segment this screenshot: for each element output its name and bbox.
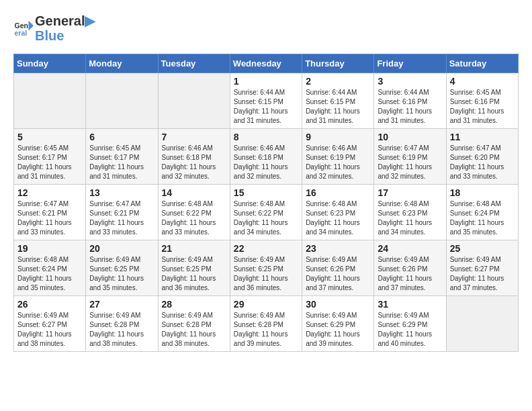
day-number: 22: [234, 243, 298, 254]
calendar-cell: 13Sunrise: 6:47 AM Sunset: 6:21 PM Dayli…: [86, 185, 158, 240]
day-info: Sunrise: 6:48 AM Sunset: 6:24 PM Dayligh…: [17, 255, 82, 293]
calendar-week-row: 26Sunrise: 6:49 AM Sunset: 6:27 PM Dayli…: [14, 296, 519, 352]
calendar-cell: 22Sunrise: 6:49 AM Sunset: 6:25 PM Dayli…: [230, 240, 302, 296]
logo-icon: Gen eral: [13, 18, 34, 38]
calendar-cell: 25Sunrise: 6:49 AM Sunset: 6:27 PM Dayli…: [446, 240, 518, 296]
day-number: 30: [306, 299, 370, 310]
calendar-cell: 31Sunrise: 6:49 AM Sunset: 6:29 PM Dayli…: [374, 296, 446, 352]
day-number: 21: [162, 243, 226, 254]
day-number: 2: [306, 76, 370, 87]
logo: Gen eral General▶ Blue: [13, 13, 95, 43]
day-info: Sunrise: 6:47 AM Sunset: 6:21 PM Dayligh…: [17, 199, 82, 237]
calendar-cell: 26Sunrise: 6:49 AM Sunset: 6:27 PM Dayli…: [14, 296, 86, 352]
day-number: 19: [17, 243, 82, 254]
day-number: 11: [450, 132, 515, 142]
day-info: Sunrise: 6:47 AM Sunset: 6:19 PM Dayligh…: [378, 144, 442, 181]
calendar-week-row: 12Sunrise: 6:47 AM Sunset: 6:21 PM Dayli…: [14, 185, 519, 240]
calendar-table: SundayMondayTuesdayWednesdayThursdayFrid…: [13, 54, 519, 352]
day-number: 13: [89, 187, 154, 198]
calendar-cell: 14Sunrise: 6:48 AM Sunset: 6:22 PM Dayli…: [158, 185, 230, 240]
calendar-cell: 15Sunrise: 6:48 AM Sunset: 6:22 PM Dayli…: [230, 185, 302, 240]
calendar-cell: 1Sunrise: 6:44 AM Sunset: 6:15 PM Daylig…: [230, 73, 302, 129]
weekday-header-tuesday: Tuesday: [158, 54, 230, 73]
calendar-cell: 6Sunrise: 6:45 AM Sunset: 6:17 PM Daylig…: [86, 129, 158, 185]
day-info: Sunrise: 6:49 AM Sunset: 6:27 PM Dayligh…: [17, 311, 82, 349]
weekday-header-friday: Friday: [374, 54, 446, 73]
calendar-cell: [158, 73, 230, 129]
day-number: 17: [378, 187, 442, 198]
day-info: Sunrise: 6:49 AM Sunset: 6:25 PM Dayligh…: [234, 255, 298, 293]
day-number: 5: [17, 132, 82, 142]
calendar-cell: 8Sunrise: 6:46 AM Sunset: 6:18 PM Daylig…: [230, 129, 302, 185]
calendar-cell: 11Sunrise: 6:47 AM Sunset: 6:20 PM Dayli…: [446, 129, 518, 185]
day-info: Sunrise: 6:49 AM Sunset: 6:28 PM Dayligh…: [162, 311, 226, 349]
day-number: 16: [306, 187, 370, 198]
day-info: Sunrise: 6:48 AM Sunset: 6:23 PM Dayligh…: [306, 199, 370, 237]
calendar-cell: 29Sunrise: 6:49 AM Sunset: 6:28 PM Dayli…: [230, 296, 302, 352]
calendar-cell: 3Sunrise: 6:44 AM Sunset: 6:16 PM Daylig…: [374, 73, 446, 129]
svg-marker-2: [29, 21, 34, 31]
weekday-header-monday: Monday: [86, 54, 158, 73]
calendar-cell: 23Sunrise: 6:49 AM Sunset: 6:26 PM Dayli…: [302, 240, 374, 296]
day-info: Sunrise: 6:48 AM Sunset: 6:24 PM Dayligh…: [450, 199, 515, 237]
day-number: 24: [378, 243, 442, 254]
weekday-header-row: SundayMondayTuesdayWednesdayThursdayFrid…: [14, 54, 519, 73]
day-info: Sunrise: 6:49 AM Sunset: 6:25 PM Dayligh…: [89, 255, 154, 293]
calendar-week-row: 5Sunrise: 6:45 AM Sunset: 6:17 PM Daylig…: [14, 129, 519, 185]
day-number: 26: [17, 299, 82, 310]
day-info: Sunrise: 6:45 AM Sunset: 6:17 PM Dayligh…: [89, 144, 154, 181]
day-number: 18: [450, 187, 515, 198]
day-info: Sunrise: 6:44 AM Sunset: 6:15 PM Dayligh…: [306, 88, 370, 126]
day-number: 10: [378, 132, 442, 142]
day-info: Sunrise: 6:48 AM Sunset: 6:22 PM Dayligh…: [162, 199, 226, 237]
day-number: 3: [378, 76, 442, 87]
calendar-cell: 19Sunrise: 6:48 AM Sunset: 6:24 PM Dayli…: [14, 240, 86, 296]
calendar-cell: 21Sunrise: 6:49 AM Sunset: 6:25 PM Dayli…: [158, 240, 230, 296]
day-number: 9: [306, 132, 370, 142]
day-number: 27: [89, 299, 154, 310]
day-info: Sunrise: 6:45 AM Sunset: 6:16 PM Dayligh…: [450, 88, 515, 126]
calendar-cell: 28Sunrise: 6:49 AM Sunset: 6:28 PM Dayli…: [158, 296, 230, 352]
day-number: 4: [450, 76, 515, 87]
day-number: 23: [306, 243, 370, 254]
day-number: 6: [89, 132, 154, 142]
calendar-cell: 18Sunrise: 6:48 AM Sunset: 6:24 PM Dayli…: [446, 185, 518, 240]
calendar-week-row: 1Sunrise: 6:44 AM Sunset: 6:15 PM Daylig…: [14, 73, 519, 129]
calendar-cell: 16Sunrise: 6:48 AM Sunset: 6:23 PM Dayli…: [302, 185, 374, 240]
day-info: Sunrise: 6:49 AM Sunset: 6:29 PM Dayligh…: [306, 311, 370, 349]
day-info: Sunrise: 6:48 AM Sunset: 6:22 PM Dayligh…: [234, 199, 298, 237]
calendar-cell: [14, 73, 86, 129]
weekday-header-sunday: Sunday: [14, 54, 86, 73]
day-number: 7: [162, 132, 226, 142]
logo-line1: General▶: [35, 13, 95, 28]
calendar-cell: 30Sunrise: 6:49 AM Sunset: 6:29 PM Dayli…: [302, 296, 374, 352]
calendar-cell: 9Sunrise: 6:46 AM Sunset: 6:19 PM Daylig…: [302, 129, 374, 185]
day-number: 14: [162, 187, 226, 198]
day-info: Sunrise: 6:49 AM Sunset: 6:29 PM Dayligh…: [378, 311, 442, 349]
calendar-cell: 12Sunrise: 6:47 AM Sunset: 6:21 PM Dayli…: [14, 185, 86, 240]
day-info: Sunrise: 6:47 AM Sunset: 6:20 PM Dayligh…: [450, 144, 515, 181]
svg-text:eral: eral: [15, 29, 28, 37]
day-info: Sunrise: 6:49 AM Sunset: 6:25 PM Dayligh…: [162, 255, 226, 293]
logo-line2: Blue: [35, 28, 95, 43]
day-number: 28: [162, 299, 226, 310]
page-header: Gen eral General▶ Blue: [13, 13, 519, 43]
calendar-cell: 17Sunrise: 6:48 AM Sunset: 6:23 PM Dayli…: [374, 185, 446, 240]
weekday-header-wednesday: Wednesday: [230, 54, 302, 73]
day-number: 8: [234, 132, 298, 142]
day-info: Sunrise: 6:49 AM Sunset: 6:28 PM Dayligh…: [234, 311, 298, 349]
day-info: Sunrise: 6:49 AM Sunset: 6:27 PM Dayligh…: [450, 255, 515, 293]
day-info: Sunrise: 6:49 AM Sunset: 6:28 PM Dayligh…: [89, 311, 154, 349]
calendar-cell: 20Sunrise: 6:49 AM Sunset: 6:25 PM Dayli…: [86, 240, 158, 296]
calendar-cell: [446, 296, 518, 352]
calendar-cell: 24Sunrise: 6:49 AM Sunset: 6:26 PM Dayli…: [374, 240, 446, 296]
day-info: Sunrise: 6:45 AM Sunset: 6:17 PM Dayligh…: [17, 144, 82, 181]
day-info: Sunrise: 6:47 AM Sunset: 6:21 PM Dayligh…: [89, 199, 154, 237]
day-info: Sunrise: 6:49 AM Sunset: 6:26 PM Dayligh…: [378, 255, 442, 293]
weekday-header-saturday: Saturday: [446, 54, 518, 73]
day-number: 15: [234, 187, 298, 198]
calendar-week-row: 19Sunrise: 6:48 AM Sunset: 6:24 PM Dayli…: [14, 240, 519, 296]
day-number: 31: [378, 299, 442, 310]
day-number: 29: [234, 299, 298, 310]
day-info: Sunrise: 6:46 AM Sunset: 6:18 PM Dayligh…: [234, 144, 298, 181]
